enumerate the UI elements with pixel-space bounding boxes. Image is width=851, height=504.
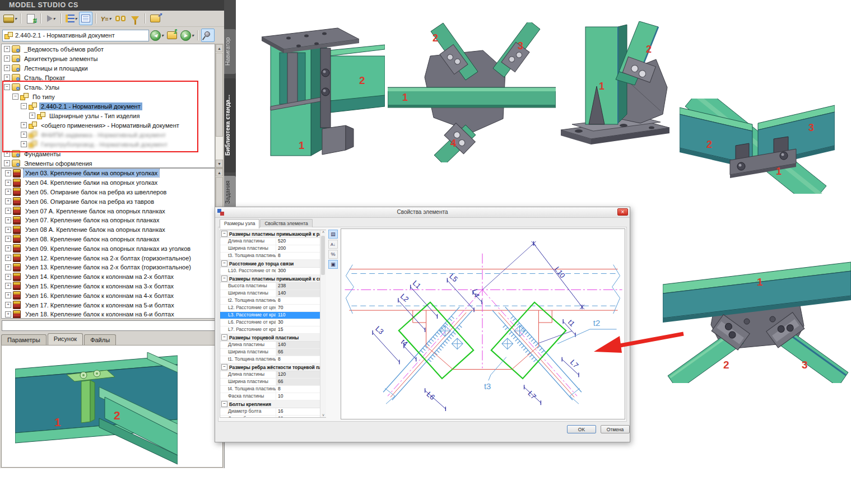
back-button[interactable]: ◀▾ — [150, 29, 164, 42]
side-tab-library[interactable]: Библиотека станда... — [224, 78, 236, 172]
tree-item[interactable]: +Сталь. Прокат — [2, 73, 215, 82]
list-item[interactable]: +Узел 07. Крепление балок на опорных пла… — [2, 216, 215, 225]
property-group-header[interactable]: −Размеры ребра жёсткости торцевой пласти — [220, 363, 325, 371]
property-row[interactable]: L3. Расстояние от кра...110 — [220, 312, 325, 319]
expander-icon[interactable]: + — [5, 255, 11, 261]
list-item[interactable]: +Узел 12. Крепление балок на 2-х болтах … — [2, 253, 215, 263]
expander-icon[interactable]: + — [5, 283, 11, 289]
expander-icon[interactable]: + — [5, 227, 11, 233]
tree-settings-button[interactable]: ▾ — [64, 12, 78, 25]
expander-icon[interactable]: + — [5, 302, 11, 308]
property-row[interactable]: Ширина пластины66 — [220, 379, 325, 386]
expander-icon[interactable]: + — [5, 198, 11, 204]
expander-icon[interactable]: + — [5, 208, 11, 214]
expander-icon[interactable]: − — [21, 103, 27, 109]
tree-item[interactable]: +Архитектурные элементы — [2, 54, 215, 63]
expander-icon[interactable]: − — [12, 94, 18, 100]
list-item[interactable]: +Узел 07 А. Крепление балок на опорных п… — [2, 206, 215, 216]
property-group-header[interactable]: −Размеры пластины примыкающей к распор — [220, 230, 325, 238]
tab-picture[interactable]: Рисунок — [48, 333, 83, 346]
collapse-icon[interactable]: − — [221, 231, 227, 237]
scroll-down-icon[interactable]: ˅ — [320, 413, 326, 417]
list-item[interactable]: +Узел 06. Опирание балок на ребра из тав… — [2, 197, 215, 206]
close-icon[interactable]: × — [617, 208, 628, 216]
side-tab-navigator[interactable]: Навигатор — [224, 29, 236, 74]
list-item[interactable]: +Узел 14. Крепление балок к колоннам на … — [2, 272, 215, 282]
list-item[interactable]: +Узел 05. Опирание балок на ребра из шве… — [2, 188, 215, 197]
tree-item[interactable]: −По типу — [2, 92, 215, 101]
tree-item[interactable]: +_Ведомость объёмов работ — [2, 44, 215, 54]
tree-item[interactable]: +<общего применения> - Нормативный докум… — [2, 120, 215, 130]
expander-icon[interactable]: + — [5, 264, 11, 270]
grid-scrollbar[interactable]: ˄ ˅ — [320, 230, 326, 417]
property-row[interactable]: t2. Толщина пластины8 — [220, 297, 325, 305]
list-item[interactable]: +Узел 18. Крепление балок к колоннам на … — [2, 310, 215, 319]
card-view-button[interactable] — [79, 12, 92, 25]
expander-icon[interactable]: + — [21, 141, 27, 147]
collapse-icon[interactable]: − — [221, 260, 227, 267]
collapse-icon[interactable]: − — [221, 334, 227, 340]
property-row[interactable]: L2. Расстояние от цен...70 — [220, 305, 325, 312]
property-row[interactable]: Ширина пластины66 — [220, 349, 325, 356]
expander-icon[interactable]: + — [4, 46, 10, 52]
expander-icon[interactable]: + — [5, 274, 11, 280]
tab-files[interactable]: Файлы — [84, 334, 116, 345]
tab-element-properties[interactable]: Свойства элемента — [260, 219, 312, 227]
expander-icon[interactable]: + — [21, 132, 27, 138]
expander-icon[interactable]: + — [5, 180, 11, 186]
property-row[interactable]: Длина пластины520 — [220, 238, 325, 245]
sort-az-icon[interactable]: А↓ — [328, 240, 338, 249]
list-item[interactable]: +Узел 16. Крепление балок к колоннам на … — [2, 291, 215, 300]
filter-condition-button[interactable]: ▾ — [99, 12, 113, 25]
property-row[interactable]: Длина болта60 — [220, 416, 325, 418]
property-group-header[interactable]: −Болты крепления — [220, 400, 325, 408]
tree-item[interactable]: +Фундаменты — [2, 149, 215, 158]
expander-icon[interactable]: + — [4, 55, 10, 62]
expander-icon[interactable]: + — [4, 151, 10, 157]
expander-icon[interactable]: + — [5, 170, 11, 176]
property-row[interactable]: Диаметр болта16 — [220, 408, 325, 416]
property-row[interactable]: Длина пластины120 — [220, 371, 325, 379]
list-item[interactable]: +Узел 03. Крепление балки на опорных уго… — [2, 169, 215, 178]
expander-icon[interactable]: + — [5, 236, 11, 242]
tree-item[interactable]: +Гипротрубопровод - Нормативный документ — [2, 139, 215, 149]
collapse-icon[interactable]: − — [221, 364, 227, 370]
scroll-down-icon[interactable]: ▼ — [216, 160, 223, 167]
tab-node-dimensions[interactable]: Размеры узла — [220, 219, 259, 228]
expander-icon[interactable]: + — [5, 245, 11, 251]
tab-parameters[interactable]: Параметры — [1, 334, 46, 345]
property-row[interactable]: Длина пластины140 — [220, 342, 325, 349]
tree-item[interactable]: −Сталь. Узлы — [2, 82, 215, 92]
property-row[interactable]: L7. Расстояние от кра...15 — [220, 326, 325, 334]
collapse-icon[interactable]: − — [221, 401, 227, 407]
tree-item[interactable]: +ФНИПИ-задвижка - Нормативный документ — [2, 130, 215, 139]
property-group-header[interactable]: −Размеры пластины примыкающей к связи — [220, 275, 325, 283]
expander-icon[interactable]: + — [5, 217, 11, 223]
dialog-titlebar[interactable]: Свойства элемента × — [215, 207, 630, 218]
side-tab-tasks[interactable]: Задания — [224, 176, 236, 208]
property-row[interactable]: t3. Толщина пластины8 — [220, 253, 325, 260]
list-item[interactable]: +Узел 04. Крепление балки на опорных уго… — [2, 178, 215, 188]
find-button[interactable] — [114, 12, 127, 25]
property-group-header[interactable]: −Расстояние до торца связи — [220, 260, 325, 268]
pin-button[interactable] — [201, 29, 215, 42]
scroll-up-icon[interactable]: ▲ — [216, 44, 223, 52]
document-combobox[interactable]: 2.440-2.1 - Нормативный документ — [2, 30, 149, 41]
scrollbar-thumb[interactable] — [321, 236, 325, 275]
expander-icon[interactable]: + — [21, 122, 27, 128]
run-button[interactable]: ▾ — [44, 12, 58, 25]
scroll-up-icon[interactable]: ˄ — [320, 230, 326, 234]
property-row[interactable]: Высота пластины238 — [220, 283, 325, 290]
property-group-header[interactable]: −Размеры торцевой пластины — [220, 334, 325, 342]
ok-button[interactable]: OK — [567, 425, 596, 433]
collapse-icon[interactable]: − — [221, 276, 227, 282]
list-item[interactable]: +Узел 08 А. Крепление балок на опорных п… — [2, 225, 215, 235]
property-row[interactable]: t1. Толщина пластины8 — [220, 356, 325, 363]
expander-icon[interactable]: + — [5, 311, 11, 318]
scroll-up-icon[interactable]: ▲ — [216, 169, 223, 176]
property-row[interactable]: t4. Толщина пластины8 — [220, 386, 325, 393]
property-row[interactable]: L10. Расстояние от пе...300 — [220, 268, 325, 275]
expander-icon[interactable]: − — [4, 84, 10, 90]
folder-link-button[interactable] — [148, 12, 162, 25]
percent-icon[interactable]: % — [328, 250, 338, 259]
